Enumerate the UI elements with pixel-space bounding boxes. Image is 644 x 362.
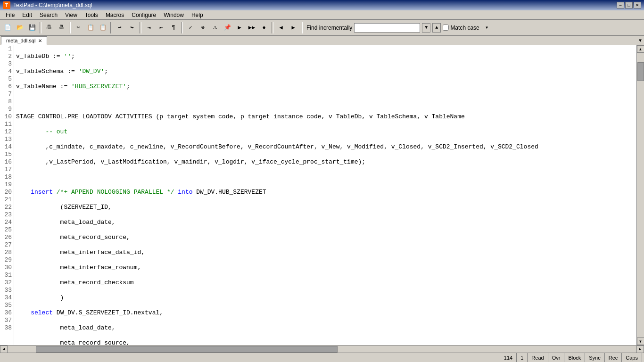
title-bar: T TextPad - C:\temp\meta_ddl.sql – □ ✕ (0, 0, 644, 10)
h-scroll-thumb[interactable] (36, 346, 338, 353)
line-num: 31 (2, 272, 12, 279)
close-button[interactable]: ✕ (634, 2, 641, 8)
scroll-thumb[interactable] (637, 62, 644, 81)
maximize-button[interactable]: □ (625, 2, 633, 8)
status-caps: Caps (622, 353, 642, 362)
menu-help[interactable]: Help (188, 10, 207, 19)
code-line: STAGE_CONTROL.PRE_LOADTODV_ACTIVITIES (p… (16, 113, 635, 121)
new-button[interactable]: 📄 (2, 22, 13, 33)
code-line: meta_load_date, (16, 219, 635, 226)
print-preview-button[interactable]: 🖶 (56, 22, 67, 33)
separator-2 (69, 22, 71, 33)
find-prev-button[interactable]: ▼ (422, 23, 430, 33)
print-button[interactable]: 🖶 (43, 22, 55, 33)
tools3-button[interactable]: ⚓ (209, 22, 221, 33)
tab-scroll-button[interactable]: ▼ (636, 36, 644, 45)
code-line: meta_record_source, (16, 339, 635, 345)
copy-button[interactable]: 📋 (85, 22, 96, 33)
vertical-scrollbar: ▲ ▼ (636, 45, 644, 345)
line-num: 8 (2, 98, 12, 106)
separator-4 (140, 22, 141, 33)
cut-button[interactable]: ✄ (73, 22, 84, 33)
line-num: 10 (2, 113, 12, 121)
menu-window[interactable]: Window (160, 10, 188, 19)
code-line: -- out (16, 128, 635, 136)
scroll-track[interactable] (637, 53, 644, 337)
menu-view[interactable]: View (61, 10, 81, 19)
line-num: 14 (2, 143, 12, 151)
save-button[interactable]: 💾 (26, 22, 38, 33)
indent-button[interactable]: ⇥ (143, 22, 155, 33)
spellcheck-button[interactable]: ✓ (185, 22, 196, 33)
scroll-down-button[interactable]: ▼ (637, 337, 644, 345)
code-line: select DW_DV.S_SZERVEZET_ID.nextval, (16, 309, 635, 317)
tools2-button[interactable]: ⚒ (197, 22, 208, 33)
line-num: 11 (2, 121, 12, 128)
code-line: ,v_LastPeriod, v_LastModification, v_mai… (16, 158, 635, 166)
undo-button[interactable]: ↩ (114, 22, 125, 33)
clip-button[interactable]: 📌 (222, 22, 233, 33)
code-line: (SZERVEZET_ID, (16, 204, 635, 211)
nav-left-button[interactable]: ◀ (275, 22, 287, 33)
find-options-button[interactable]: ▾ (481, 22, 493, 33)
line-num: 38 (2, 324, 12, 332)
para-button[interactable]: ¶ (168, 22, 179, 33)
line-num: 32 (2, 279, 12, 287)
paste-button[interactable]: 📋 (97, 22, 108, 33)
window-controls: – □ ✕ (617, 2, 641, 8)
scroll-left-button[interactable]: ◀ (0, 346, 8, 353)
line-num: 22 (2, 204, 12, 211)
separator-5 (181, 22, 183, 33)
line-num: 1 (2, 45, 12, 53)
line-num: 7 (2, 90, 12, 98)
line-num: 34 (2, 294, 12, 302)
status-read: Read (528, 353, 548, 362)
tab-meta-ddl[interactable]: meta_ddl.sql ✕ (1, 36, 47, 45)
horizontal-scrollbar: ◀ ▶ (0, 345, 644, 353)
menu-file[interactable]: File (2, 10, 18, 19)
unindent-button[interactable]: ⇤ (156, 22, 167, 33)
minimize-button[interactable]: – (617, 2, 624, 8)
code-line: meta_load_date, (16, 324, 635, 332)
line-num: 15 (2, 151, 12, 158)
editor-scroll: 1 2 3 4 5 6 7 8 9 10 11 12 13 14 15 16 1… (0, 45, 644, 345)
code-editor[interactable]: v_TableDb := ''; v_TableSchema := 'DW_DV… (14, 45, 636, 345)
code-line: v_TableName := 'HUB_SZERVEZET'; (16, 83, 635, 90)
find-next-button[interactable]: ▲ (432, 23, 441, 33)
line-num: 18 (2, 173, 12, 181)
h-scroll-track[interactable] (8, 346, 636, 353)
menu-bar: File Edit Search View Tools Macros Confi… (0, 10, 644, 20)
menu-search[interactable]: Search (36, 10, 61, 19)
record-button[interactable]: ● (258, 22, 270, 33)
line-num: 9 (2, 106, 12, 113)
nav-right-button[interactable]: ▶ (288, 22, 299, 33)
code-line: ) (16, 294, 635, 302)
line-num: 27 (2, 241, 12, 249)
menu-configure[interactable]: Configure (128, 10, 160, 19)
status-col: 1 (517, 353, 528, 362)
find-input[interactable] (354, 23, 420, 33)
tab-close-button[interactable]: ✕ (38, 38, 42, 43)
match-case-checkbox[interactable] (443, 25, 449, 31)
menu-macros[interactable]: Macros (102, 10, 128, 19)
line-num: 21 (2, 196, 12, 204)
open-button[interactable]: 📂 (14, 22, 25, 33)
menu-tools[interactable]: Tools (81, 10, 102, 19)
match-case-wrap: Match case (443, 25, 479, 31)
redo-button[interactable]: ↪ (126, 22, 138, 33)
menu-edit[interactable]: Edit (18, 10, 36, 19)
separator-1 (40, 22, 41, 33)
macro-button[interactable]: ▶ (234, 22, 245, 33)
separator-6 (272, 22, 273, 33)
macro2-button[interactable]: ▶▶ (246, 22, 257, 33)
scroll-right-button[interactable]: ▶ (636, 346, 644, 353)
line-num: 13 (2, 136, 12, 143)
line-num: 37 (2, 317, 12, 324)
status-sync: Sync (585, 353, 604, 362)
app-icon: T (3, 1, 10, 9)
separator-7 (301, 22, 303, 33)
scroll-up-button[interactable]: ▲ (637, 45, 644, 53)
line-num: 2 (2, 53, 12, 60)
tab-label: meta_ddl.sql (6, 38, 35, 43)
code-line: insert /*+ APPEND NOLOGGING PARALLEL */ … (16, 189, 635, 196)
